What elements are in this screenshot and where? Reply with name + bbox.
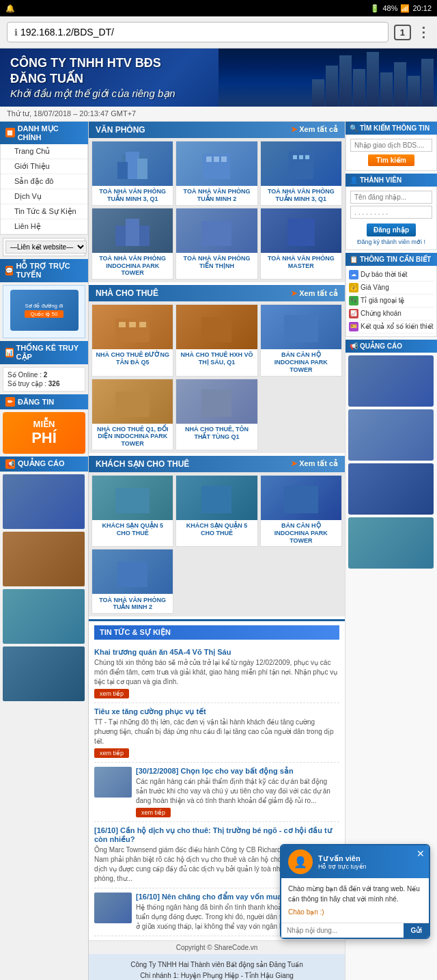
news-more-3[interactable]: xem tiếp — [136, 808, 171, 817]
property-card-nct5[interactable]: NHÀ CHO THUÊ, TÔN THẤT TÙNG Q1 — [175, 379, 257, 450]
register-link[interactable]: Đăng ký thành viên mới ! — [350, 239, 432, 245]
khach-san-see-all[interactable]: ➤ Xem tất cả — [291, 459, 338, 468]
van-phong-see-all-text: Xem tất cả — [299, 125, 338, 134]
menu-link-contact[interactable]: Liên Hệ — [1, 219, 87, 234]
register-box[interactable]: MIỄN PHÍ — [3, 412, 85, 454]
news-more-1[interactable]: xem tiếp — [94, 689, 129, 698]
svg-rect-23 — [201, 390, 231, 417]
info-lottery[interactable]: 🎫 Kết quả xổ số kiến thiết — [349, 321, 434, 334]
property-card-ks2[interactable]: KHÁCH SẠN QUẬN 5 CHO THUÊ — [175, 475, 257, 547]
menu-link-home[interactable]: Trang Chủ — [1, 144, 87, 159]
register-phi-text: PHÍ — [5, 429, 83, 447]
nha-cho-thue-see-all[interactable]: ➤ Xem tất cả — [291, 289, 338, 298]
info-weather[interactable]: ☁ Dự báo thời tiết — [349, 269, 434, 282]
lottery-label: Kết quả xổ số kiến thiết — [361, 323, 434, 330]
register-free-text: MIỄN — [33, 419, 55, 429]
menu-link-sanphamo[interactable]: Sản đặc đô — [1, 174, 87, 189]
username-input[interactable] — [350, 191, 432, 204]
right-ad-1[interactable] — [348, 355, 434, 407]
property-card-vp1[interactable]: TOÀ NHÀ VĂN PHÒNG TUẤN MINH 3, Q1 — [91, 141, 173, 206]
stats-content: Số Online : 2 Số truy cập : 326 — [3, 367, 85, 392]
date-text: Thứ tư, 18/07/2018 – 20:13:47 GMT+7 — [7, 109, 136, 118]
search-input[interactable] — [350, 139, 432, 152]
search-section: 🔍 TÌM KIẾM THÔNG TIN Tìm kiếm — [346, 122, 437, 171]
register-title: ĐĂNG TIN — [18, 398, 54, 406]
link-website-select[interactable]: —Liên kết website— — [5, 241, 87, 254]
menu-item-news[interactable]: Tin Tức & Sự Kiện — [1, 204, 87, 219]
right-ad-4[interactable] — [348, 517, 434, 569]
khach-san-header: KHÁCH SẠN CHO THUÊ ➤ Xem tất cả — [89, 456, 345, 472]
property-card-ks3[interactable]: BÁN CĂN HỘ INDOCHINA PARK TOWER — [260, 475, 342, 547]
svg-rect-11 — [305, 155, 309, 159]
property-card-vp3[interactable]: TOÀ NHÀ VĂN PHÒNG TUẤN MINH 3, Q1 — [260, 141, 342, 206]
svg-rect-19 — [139, 322, 146, 327]
property-card-ks1[interactable]: KHÁCH SẠN QUẬN 5 CHO THUÊ — [91, 475, 173, 547]
property-card-vp5[interactable]: TOÀ NHÀ VĂN PHÒNG TIẾN THỊNH — [175, 208, 257, 280]
menu-link-service[interactable]: Dịch Vụ — [1, 189, 87, 204]
news-text-2: TT - Tại những đô thị lớn, các đơn vị vậ… — [94, 718, 339, 746]
ads-section-right: 📢 QUẢNG CÁO — [346, 340, 437, 574]
chat-agent-info: Tư vấn viên Hỗ trợ trực tuyến — [318, 854, 367, 870]
menu-item-home[interactable]: Trang Chủ — [1, 144, 87, 159]
news-title-4[interactable]: [16/10] Cần hộ dịch vụ cho thuê: Thị trư… — [94, 826, 339, 844]
svg-rect-13 — [126, 219, 139, 246]
password-input[interactable] — [350, 206, 432, 219]
van-phong-see-all[interactable]: ➤ Xem tất cả — [291, 125, 338, 134]
battery-level: 48% — [382, 4, 397, 12]
support-map-img: Sơ đồ đường đi Quốc lộ 50 — [10, 290, 79, 331]
news-title-1[interactable]: Khai trương quán ăn 45A-4 Võ Thị Sáu — [94, 648, 339, 657]
tab-count[interactable]: 1 — [394, 25, 411, 40]
ads-section-left: 📢 QUẢNG CÁO — [0, 457, 88, 701]
property-img-ks3 — [261, 476, 341, 520]
info-currency[interactable]: 💱 Tỉ giá ngoại tệ — [349, 295, 434, 308]
weather-label: Dự báo thời tiết — [361, 271, 408, 278]
news-title-2[interactable]: Tiêu xe tăng cường phục vụ tết — [94, 707, 339, 716]
chat-input[interactable] — [281, 923, 404, 938]
news-more-2[interactable]: xem tiếp — [94, 748, 129, 758]
menu-item-service[interactable]: Dịch Vụ — [1, 189, 87, 204]
browser-menu[interactable]: ⋮ — [417, 24, 430, 40]
sidebar-ad-4[interactable] — [3, 646, 85, 701]
chat-avatar: 👤 — [288, 849, 313, 874]
property-card-nct3[interactable]: BÁN CĂN HỘ INDOCHINA PARK TOWER — [260, 304, 342, 376]
chat-close-button[interactable]: ✕ — [417, 848, 425, 859]
property-title-ks2: KHÁCH SẠN QUẬN 5 CHO THUÊ — [176, 520, 257, 539]
register-section: ✏ ĐĂNG TIN MIỄN PHÍ — [0, 394, 88, 454]
chat-body: Chào mừng bạn đã đến với trang web. Nếu … — [281, 878, 429, 923]
property-card-ks4[interactable]: TOÀ NHÀ VĂN PHÒNG TUẤN MINH 2 — [91, 549, 173, 614]
right-ad-3[interactable] — [348, 463, 434, 515]
property-card-vp4[interactable]: TOÀ NHÀ VĂN PHÒNG INDOCHINA PARK TOWER — [91, 208, 173, 280]
chat-send-button[interactable]: Gửi — [404, 923, 429, 938]
svg-rect-21 — [284, 315, 318, 342]
status-bar-left: 🔔 — [5, 4, 15, 13]
menu-link-news[interactable]: Tin Tức & Sự Kiện — [1, 204, 87, 219]
search-header: 🔍 TÌM KIẾM THÔNG TIN — [346, 122, 437, 135]
menu-item-about[interactable]: Giới Thiệu — [1, 159, 87, 174]
svg-rect-18 — [129, 322, 136, 327]
property-card-nct2[interactable]: NHÀ CHO THUÊ HXH VÕ THỊ SÁU, Q1 — [175, 304, 257, 376]
khach-san-grid: KHÁCH SẠN QUẬN 5 CHO THUÊ KHÁCH SẠN QUẬN… — [89, 472, 345, 616]
site-tagline: Khởi đầu một thế giới của riêng bạn — [10, 87, 175, 100]
url-box[interactable]: ℹ 192.168.1.2/BDS_DT/ — [7, 22, 389, 42]
property-card-nct4[interactable]: NHÀ CHO THUÊ Q1, ĐỐI DIỆN INDOCHINA PARK… — [91, 379, 173, 450]
property-card-vp2[interactable]: TOÀ NHÀ VĂN PHÒNG TUẤN MINH 2 — [175, 141, 257, 206]
menu-link-about[interactable]: Giới Thiệu — [1, 159, 87, 174]
property-title-nct3: BÁN CĂN HỘ INDOCHINA PARK TOWER — [261, 349, 341, 375]
van-phong-section: VĂN PHÒNG ➤ Xem tất cả TOÀ NHÀ VĂN PHÒNG… — [89, 122, 345, 282]
menu-item-sanphamo[interactable]: Sản đặc đô — [1, 174, 87, 189]
sidebar-ad-1[interactable] — [3, 474, 85, 529]
login-button[interactable]: Đăng nhập — [367, 223, 416, 236]
right-ad-2[interactable] — [348, 409, 434, 461]
sidebar-ad-3[interactable] — [3, 589, 85, 644]
info-gold[interactable]: 💰 Giá Vàng — [349, 282, 434, 295]
member-title: THÀNH VIÊN — [360, 176, 401, 184]
search-button[interactable]: Tìm kiếm — [368, 154, 414, 166]
property-title-vp1: TOÀ NHÀ VĂN PHÒNG TUẤN MINH 3, Q1 — [92, 186, 173, 205]
info-stocks[interactable]: 📈 Chứng khoán — [349, 308, 434, 321]
property-card-nct1[interactable]: NHÀ CHO THUÊ ĐƯỜNG TÂN ĐÀ Q5 — [91, 304, 173, 376]
menu-item-contact[interactable]: Liên Hệ — [1, 219, 87, 234]
sidebar-ad-2[interactable] — [3, 532, 85, 586]
svg-rect-17 — [119, 322, 126, 327]
news-title-3[interactable]: [30/12/2008] Chọn lọc cho vay bất động s… — [136, 767, 339, 776]
property-card-vp6[interactable]: TOÀ NHÀ VĂN PHÒNG MASTER — [260, 208, 342, 280]
